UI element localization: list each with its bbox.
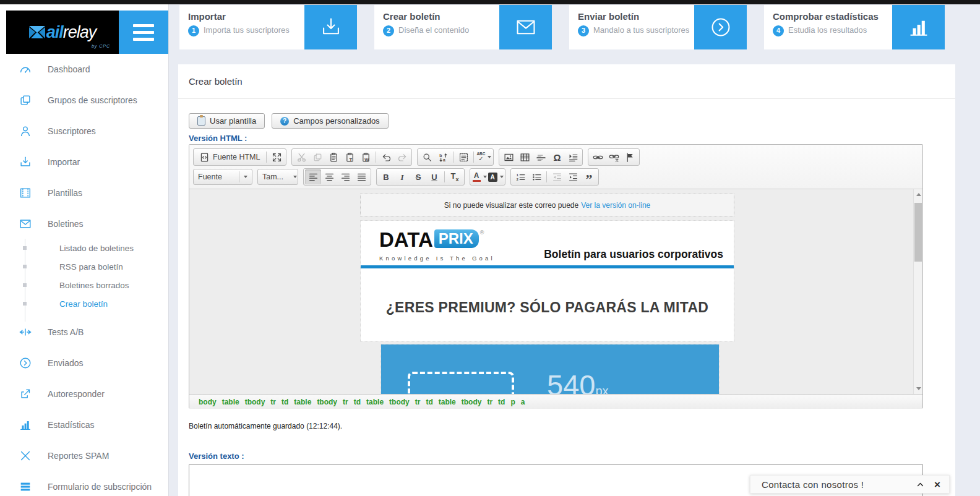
anchor-button[interactable] [622, 150, 638, 165]
source-button[interactable]: Fuente HTML [195, 150, 264, 165]
path-element[interactable]: tbody [245, 398, 265, 406]
step-number-badge: 2 [383, 25, 394, 36]
italic-button[interactable]: I [394, 169, 410, 184]
sidebar-item-dashboard[interactable]: Dashboard [0, 54, 168, 85]
align-right-button[interactable] [337, 169, 353, 184]
align-justify-button[interactable] [353, 169, 369, 184]
underline-button[interactable]: U [426, 169, 442, 184]
insert-table-button[interactable] [517, 150, 533, 165]
sidebar-item-suscriptores[interactable]: Suscriptores [0, 116, 168, 147]
path-element[interactable]: td [282, 398, 288, 406]
path-element[interactable]: tr [487, 398, 492, 406]
cut-button[interactable] [293, 150, 309, 165]
path-element[interactable]: tbody [317, 398, 337, 406]
sidebar-item-boletines[interactable]: Boletines [0, 208, 168, 239]
paste-word-button[interactable]: W [358, 150, 374, 165]
logo-text: ailrelay [46, 23, 97, 42]
sidebar-item-estadisticas[interactable]: Estadísticas [0, 409, 168, 440]
scroll-down-arrow[interactable] [914, 384, 922, 393]
step-card-estadisticas[interactable]: Comprobar estadísticas 4Estudia los resu… [764, 5, 945, 49]
sidebar-item-enviados[interactable]: Enviados [0, 348, 168, 378]
outdent-button[interactable] [549, 169, 565, 184]
path-element[interactable]: table [294, 398, 311, 406]
path-element[interactable]: td [426, 398, 432, 406]
sidebar-item-autoresponder[interactable]: Autoresponder [0, 378, 168, 409]
path-element[interactable]: table [439, 398, 456, 406]
step-importar-square[interactable] [304, 5, 357, 49]
sidebar-item-formulario[interactable]: Formulario de subscripción [0, 471, 168, 496]
use-template-button[interactable]: Usar plantilla [189, 113, 265, 129]
path-element[interactable]: table [222, 398, 239, 406]
step-enviar-square[interactable] [694, 5, 747, 49]
page-break-icon [568, 152, 578, 163]
sidebar-subitem-rss[interactable]: RSS para boletín [0, 257, 168, 276]
custom-fields-button[interactable]: ? Campos personalizados [272, 113, 388, 129]
select-all-button[interactable] [455, 150, 471, 165]
close-icon[interactable]: × [934, 479, 940, 490]
size-dropdown[interactable]: Tam... [257, 169, 298, 185]
undo-icon [381, 152, 392, 163]
scrollbar-thumb[interactable] [914, 203, 922, 262]
sidebar-subitem-borrados[interactable]: Boletines borrados [0, 276, 168, 294]
special-char-button[interactable]: Ω [549, 150, 565, 165]
editor-scrollbar[interactable] [913, 189, 922, 394]
undo-button[interactable] [378, 150, 394, 165]
redo-button[interactable] [394, 150, 410, 165]
spellcheck-button[interactable]: ABC✓ [476, 150, 492, 165]
page-break-button[interactable] [565, 150, 581, 165]
scroll-up-arrow[interactable] [914, 190, 922, 199]
sidebar-item-plantillas[interactable]: Plantillas [0, 177, 168, 208]
sidebar-item-importar[interactable]: Importar [0, 147, 168, 177]
copy-button[interactable] [309, 150, 325, 165]
step-card-importar[interactable]: Importar 1Importa tus suscriptores [179, 5, 357, 49]
link-button[interactable] [590, 150, 606, 165]
paste-text-button[interactable]: T [342, 150, 358, 165]
sidebar-item-reportes-spam[interactable]: Reportes SPAM [0, 440, 168, 471]
numbered-list-button[interactable] [512, 169, 528, 184]
path-element[interactable]: a [521, 398, 525, 406]
path-element[interactable]: td [498, 398, 505, 406]
step-crear-square[interactable] [499, 5, 552, 49]
replace-button[interactable] [435, 150, 451, 165]
find-button[interactable] [419, 150, 435, 165]
unlink-button[interactable] [606, 150, 622, 165]
step-estadisticas-square[interactable] [892, 5, 945, 49]
bullet-list-button[interactable] [528, 169, 544, 184]
path-element[interactable]: td [354, 398, 361, 406]
path-element[interactable]: tr [270, 398, 276, 406]
paste-button[interactable] [325, 150, 342, 165]
font-dropdown[interactable]: Fuente [193, 169, 252, 185]
step-card-crear[interactable]: Crear boletín 2Diseña el contenido [374, 5, 552, 49]
step-card-enviar[interactable]: Enviar boletín 3Mandalo a tus suscriptor… [569, 5, 747, 49]
text-color-button[interactable]: A [471, 169, 488, 184]
path-element[interactable]: tbody [462, 398, 482, 406]
bg-color-button[interactable]: A [488, 169, 504, 184]
path-element[interactable]: tr [343, 398, 348, 406]
menu-toggle-button[interactable] [119, 11, 168, 54]
path-element[interactable]: body [199, 398, 217, 406]
strikethrough-button[interactable]: S [410, 169, 426, 184]
editor-content-area[interactable]: Si no puede visualizar este correo puede… [189, 189, 922, 394]
path-element[interactable]: tr [415, 398, 421, 406]
path-element[interactable]: tbody [389, 398, 410, 406]
chat-widget[interactable]: Contacta con nosotros ! × [750, 475, 950, 494]
insert-image-button[interactable] [501, 150, 517, 165]
align-center-button[interactable] [321, 169, 337, 184]
maximize-button[interactable] [269, 150, 285, 165]
remove-format-button[interactable]: Tx [447, 169, 463, 184]
path-element[interactable]: table [366, 398, 384, 406]
email-banner-placeholder[interactable]: 540px [381, 344, 719, 394]
sidebar-subitem-crear-boletin[interactable]: Crear boletín [0, 294, 168, 313]
indent-button[interactable] [565, 169, 581, 184]
numbered-list-icon [515, 172, 526, 182]
path-element[interactable]: p [510, 398, 515, 406]
view-online-link[interactable]: Ver la versión on-line [581, 201, 650, 210]
bold-button[interactable]: B [378, 169, 394, 184]
blockquote-button[interactable]: ” [581, 169, 597, 184]
horizontal-rule-button[interactable] [533, 150, 549, 165]
chevron-up-icon[interactable] [916, 481, 924, 489]
sidebar-item-grupos[interactable]: Grupos de suscriptores [0, 85, 168, 116]
align-left-button[interactable] [305, 169, 321, 184]
sidebar-subitem-listado[interactable]: Listado de boletines [0, 239, 168, 257]
sidebar-item-tests-ab[interactable]: Tests A/B [0, 317, 168, 348]
